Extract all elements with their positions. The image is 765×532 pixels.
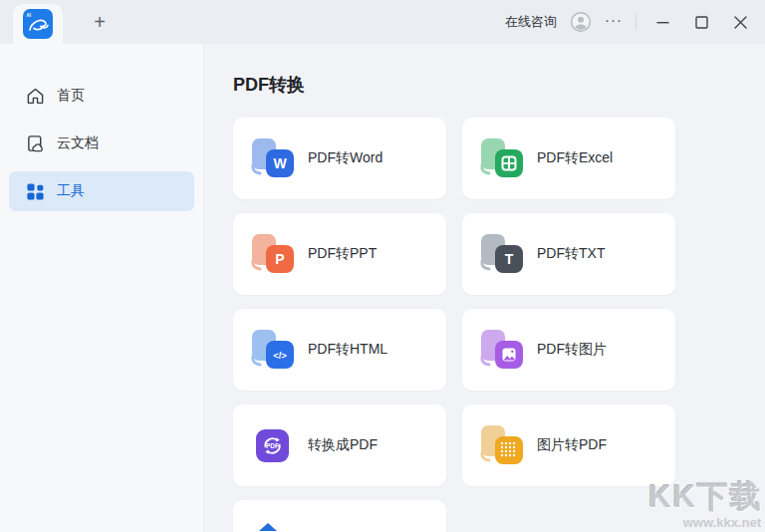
page-title: PDF转换	[233, 72, 765, 98]
svg-text:P: P	[275, 251, 284, 267]
card-label: 转换成PDF	[308, 436, 378, 454]
minimize-button[interactable]	[649, 9, 675, 35]
svg-text:AI: AI	[27, 13, 32, 18]
card-pdf-to-ppt[interactable]: P PDF转PPT	[233, 213, 446, 295]
card-pdf-to-image[interactable]: PDF转图片	[462, 309, 675, 391]
html-doc-icon: </>	[249, 330, 295, 370]
minimize-icon	[656, 16, 669, 29]
photo-glyph	[503, 349, 516, 362]
card-label: PDF转HTML	[308, 341, 387, 359]
title-bar: AI + 在线咨询 ···	[0, 0, 765, 44]
more-menu-button[interactable]: ···	[605, 12, 623, 33]
tool-cards-grid: W PDF转Word PDF转Excel	[233, 118, 765, 532]
card-label: 图片转PDF	[537, 436, 607, 454]
card-pdf-to-html[interactable]: </> PDF转HTML	[233, 309, 446, 391]
image-to-pdf-icon	[478, 425, 524, 465]
convert-to-pdf-icon: PDF	[249, 425, 295, 465]
new-tab-button[interactable]: +	[86, 8, 114, 36]
txt-doc-icon: T	[478, 234, 524, 274]
sidebar-item-tools[interactable]: 工具	[9, 171, 194, 211]
card-label: PDF转Word	[308, 149, 382, 167]
content-area: 首页 云文档 工具 PDF转换	[0, 44, 765, 532]
maximize-button[interactable]	[688, 9, 714, 35]
avatar[interactable]	[570, 11, 592, 33]
card-label: PDF转Excel	[537, 149, 613, 167]
main-panel: PDF转换 W PDF转Word	[204, 44, 765, 532]
sidebar-item-label: 首页	[57, 87, 85, 105]
svg-text:W: W	[273, 155, 287, 171]
card-pdf-to-word[interactable]: W PDF转Word	[233, 118, 446, 199]
divider	[636, 14, 637, 30]
card-pdf-to-txt[interactable]: T PDF转TXT	[462, 213, 675, 295]
excel-doc-icon	[478, 138, 524, 178]
sidebar-item-home[interactable]: 首页	[9, 76, 194, 116]
cloud-doc-icon	[26, 134, 45, 153]
svg-text:PDF: PDF	[266, 442, 279, 449]
close-icon	[734, 16, 747, 29]
ppt-doc-icon: P	[249, 234, 295, 274]
sidebar-item-label: 工具	[57, 182, 85, 200]
card-label: PDF转PPT	[308, 245, 377, 263]
sidebar-item-cloud-docs[interactable]: 云文档	[9, 124, 194, 163]
home-icon	[26, 87, 45, 106]
word-doc-icon: W	[249, 138, 295, 178]
online-consult-link[interactable]: 在线咨询	[505, 13, 557, 31]
card-label: PDF转图片	[537, 341, 607, 359]
app-logo-icon: AI	[23, 9, 53, 39]
partial-tool-icon	[259, 523, 277, 531]
image-doc-icon	[478, 330, 524, 370]
card-label: PDF转TXT	[537, 245, 605, 263]
maximize-icon	[695, 16, 708, 29]
card-partial-next-row[interactable]	[233, 500, 446, 532]
card-image-to-pdf[interactable]: 图片转PDF	[462, 404, 675, 486]
card-convert-to-pdf[interactable]: PDF 转换成PDF	[233, 404, 446, 486]
svg-text:</>: </>	[273, 350, 287, 361]
close-button[interactable]	[727, 9, 753, 35]
sidebar: 首页 云文档 工具	[0, 44, 204, 532]
svg-text:T: T	[505, 251, 514, 267]
app-tab[interactable]: AI	[13, 4, 63, 44]
card-pdf-to-excel[interactable]: PDF转Excel	[462, 118, 675, 199]
sidebar-item-label: 云文档	[57, 134, 99, 152]
tools-grid-icon	[26, 182, 45, 201]
